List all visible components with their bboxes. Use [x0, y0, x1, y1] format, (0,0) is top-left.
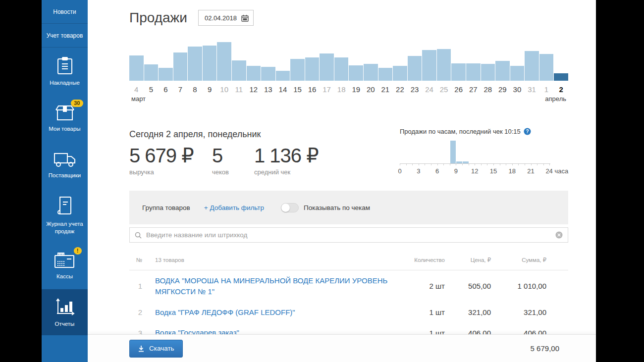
sidebar-item-sales-journal[interactable]: Журнал учета продаж: [42, 189, 88, 242]
stat-value: 5: [212, 144, 254, 167]
day-bar[interactable]: [554, 73, 568, 81]
day-bar[interactable]: [422, 50, 436, 81]
download-icon: [138, 345, 145, 352]
day-label: 28: [481, 85, 495, 94]
hour-tick: [443, 164, 444, 165]
day-label: 15: [290, 85, 305, 94]
column-header-num: №: [129, 257, 142, 263]
row-sum: 1 010,00: [491, 282, 555, 290]
day-bar[interactable]: [261, 67, 275, 81]
day-bar[interactable]: [481, 64, 495, 81]
sidebar-item-invoices[interactable]: Накладные: [42, 48, 88, 95]
day-label: 11: [232, 85, 246, 94]
day-bar[interactable]: [539, 54, 554, 81]
hour-tick: [518, 164, 519, 165]
sidebar-item-label: Отчеты: [55, 320, 75, 328]
hour-tick: [481, 164, 482, 165]
download-button-label: Скачать: [149, 345, 174, 352]
day-label: 18: [334, 85, 349, 94]
month-label: апрель: [545, 95, 566, 103]
row-number: 2: [129, 308, 142, 316]
stat-label: средний чек: [254, 168, 319, 176]
sidebar-item-suppliers[interactable]: Поставщики: [42, 142, 88, 189]
sidebar-item-news[interactable]: Новости: [42, 0, 88, 24]
day-label: 31: [525, 85, 539, 94]
sidebar-item-my-goods[interactable]: 30 Мои товары: [42, 95, 88, 142]
search-input[interactable]: [145, 231, 555, 239]
day-bar[interactable]: [159, 68, 173, 81]
day-bar[interactable]: [276, 71, 290, 81]
hour-tick: [400, 164, 400, 165]
date-picker[interactable]: [198, 10, 254, 26]
day-bar[interactable]: [217, 42, 231, 81]
day-bar[interactable]: [393, 66, 407, 81]
column-header-sum: Сумма, ₽: [491, 257, 555, 263]
day-bar[interactable]: [188, 47, 202, 81]
day-bar[interactable]: [247, 66, 261, 81]
day-bar[interactable]: [525, 51, 539, 81]
day-bar[interactable]: [451, 63, 466, 81]
hour-axis-label: 15: [490, 167, 497, 175]
truck-icon: [54, 151, 76, 168]
day-bar[interactable]: [290, 59, 305, 81]
show-by-receipts-toggle[interactable]: [281, 203, 299, 212]
day-bar[interactable]: [408, 56, 422, 81]
day-bar[interactable]: [203, 46, 217, 81]
group-filter-dropdown[interactable]: Группа товаров: [142, 204, 190, 211]
day-bar[interactable]: [173, 52, 188, 81]
calendar-icon[interactable]: [241, 14, 249, 22]
table-row: 2Водка "ГРАФ ЛЕДОФФ (GRAF LEDOFF)"1 шт32…: [129, 302, 568, 323]
day-bar[interactable]: [144, 64, 159, 81]
day-bar[interactable]: [305, 57, 320, 81]
day-bar[interactable]: [129, 55, 144, 81]
row-quantity: 2 шт: [395, 282, 445, 290]
hour-axis-label: 12: [471, 167, 478, 175]
main-content: Продажи 45678910111213141516171819202122…: [88, 0, 596, 362]
day-bar[interactable]: [510, 66, 525, 81]
sidebar-item-cash-registers[interactable]: ! Кассы: [42, 242, 88, 289]
day-bar[interactable]: [349, 65, 363, 81]
sidebar-item-goods-accounting[interactable]: Учет товаров: [42, 24, 88, 48]
sidebar-item-reports[interactable]: Отчеты: [42, 289, 88, 335]
clipboard-icon: [56, 55, 74, 75]
stat-value: 1 136 ₽: [254, 144, 319, 167]
day-label: 6: [159, 85, 173, 94]
day-label: 19: [349, 85, 363, 94]
day-bar[interactable]: [364, 64, 378, 81]
day-bar[interactable]: [466, 63, 481, 81]
day-label: 17: [320, 85, 334, 94]
search-box: [129, 227, 568, 243]
hourly-sales-chart: Продажи по часам, последний чек 10:15 ? …: [400, 128, 568, 166]
day-label: 9: [203, 85, 217, 94]
hour-tick: [549, 164, 550, 165]
clear-search-icon[interactable]: [555, 231, 563, 239]
hour-tick: [425, 164, 425, 165]
sidebar-item-label: Мои товары: [49, 125, 80, 133]
product-link[interactable]: Водка "ГРАФ ЛЕДОФФ (GRAF LEDOFF)": [142, 307, 395, 318]
day-label: 8: [188, 85, 202, 94]
day-bar[interactable]: [320, 53, 334, 81]
hour-tick: [531, 164, 532, 165]
product-link[interactable]: ВОДКА "МОРОША НА МИНЕРАЛЬНОЙ ВОДЕ КАРЕЛИ…: [142, 275, 395, 297]
hour-tick: [419, 164, 419, 165]
toggle-label: Показывать по чекам: [304, 204, 370, 211]
day-bar[interactable]: [232, 60, 246, 81]
table-row: 1ВОДКА "МОРОША НА МИНЕРАЛЬНОЙ ВОДЕ КАРЕЛ…: [129, 270, 568, 302]
help-icon[interactable]: ?: [524, 128, 531, 135]
date-input[interactable]: [204, 14, 241, 22]
hour-bar[interactable]: [450, 141, 456, 163]
day-label: 20: [364, 85, 378, 94]
day-bar[interactable]: [495, 61, 510, 81]
day-label: 24: [422, 85, 436, 94]
hourly-sales-bars: [400, 140, 551, 163]
add-filter-link[interactable]: + Добавить фильтр: [204, 204, 264, 211]
day-bar[interactable]: [334, 57, 349, 81]
hour-tick: [475, 164, 475, 165]
day-bar[interactable]: [437, 49, 451, 81]
hour-tick: [537, 164, 537, 165]
hourly-chart-title: Продажи по часам, последний чек 10:15: [400, 128, 521, 135]
products-table: № 13 товаров Количество Цена, ₽ Сумма, ₽…: [129, 250, 568, 343]
download-button[interactable]: Скачать: [129, 340, 183, 358]
day-bar[interactable]: [378, 68, 393, 81]
hour-axis-label: 6: [435, 167, 439, 175]
